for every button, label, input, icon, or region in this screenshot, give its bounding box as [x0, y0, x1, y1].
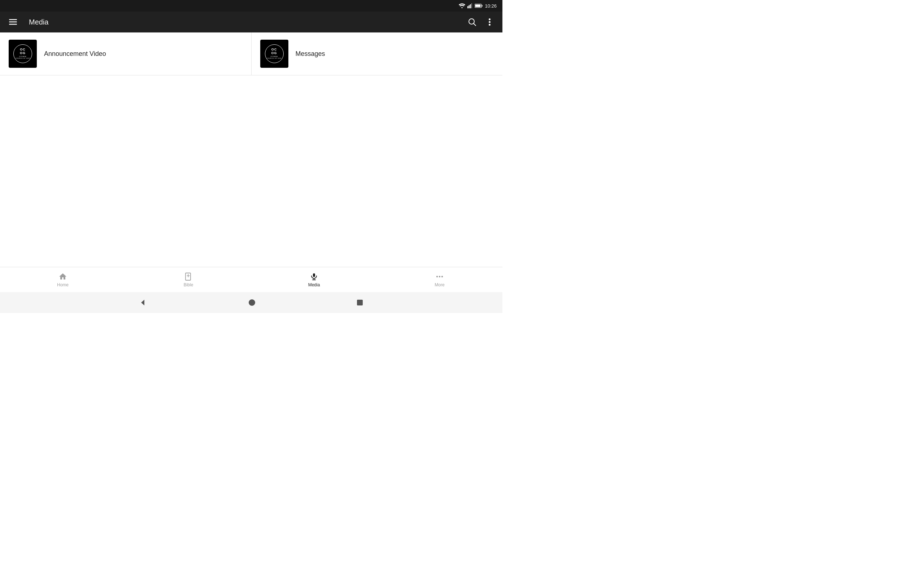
signal-icon: [467, 3, 472, 8]
svg-rect-8: [9, 22, 17, 23]
logo-middle: OG: [20, 52, 26, 55]
wifi-icon: [459, 3, 465, 8]
status-icons: 10:26: [459, 3, 497, 9]
battery-icon: [475, 3, 483, 8]
system-nav: [0, 292, 502, 313]
recent-square-icon: [357, 299, 363, 306]
media-grid: OC OG OCEANACHURCH OF GOD Announcement V…: [0, 32, 502, 76]
more-vertical-icon: [489, 18, 491, 26]
svg-line-11: [474, 24, 476, 26]
media-item-announcement-video[interactable]: OC OG OCEANACHURCH OF GOD Announcement V…: [0, 32, 252, 75]
home-circle-icon: [248, 299, 255, 306]
search-button[interactable]: [465, 15, 479, 29]
logo-middle-2: OG: [271, 52, 277, 55]
back-icon: [139, 298, 147, 306]
svg-point-14: [489, 24, 491, 26]
status-time: 10:26: [485, 3, 497, 9]
back-button[interactable]: [139, 298, 147, 306]
home-label: Home: [57, 282, 69, 287]
bottom-nav: Home Bible Media: [0, 267, 502, 292]
nav-item-more[interactable]: More: [377, 267, 502, 292]
nav-item-home[interactable]: Home: [0, 267, 126, 292]
home-circle-button[interactable]: [248, 299, 255, 306]
messages-thumbnail: OC OG OCEANACHURCH OF GOD: [260, 40, 288, 68]
recent-button[interactable]: [357, 299, 363, 306]
svg-rect-5: [482, 5, 483, 7]
svg-point-25: [249, 299, 255, 306]
svg-point-21: [436, 276, 438, 277]
logo-circle-2: OC OG OCEANACHURCH OF GOD: [265, 44, 284, 63]
nav-item-bible[interactable]: Bible: [126, 267, 251, 292]
svg-rect-1: [469, 5, 470, 9]
messages-title: Messages: [296, 50, 325, 58]
announcement-video-thumbnail: OC OG OCEANACHURCH OF GOD: [9, 40, 37, 68]
bible-icon: [184, 272, 193, 281]
svg-point-22: [439, 276, 440, 277]
svg-point-13: [489, 21, 491, 23]
more-label: More: [435, 282, 444, 287]
logo-sub-2: OCEANACHURCH OF GOD: [267, 56, 281, 60]
media-label: Media: [308, 282, 320, 287]
status-bar: 10:26: [0, 0, 502, 11]
svg-marker-24: [141, 300, 144, 305]
app-bar: Media: [0, 11, 502, 32]
svg-rect-9: [9, 24, 17, 25]
logo-circle: OC OG OCEANACHURCH OF GOD: [13, 44, 32, 63]
media-icon: [310, 272, 318, 281]
logo-sub: OCEANACHURCH OF GOD: [16, 56, 30, 60]
app-bar-actions: [465, 15, 497, 29]
svg-point-10: [469, 19, 474, 24]
svg-point-23: [441, 276, 443, 277]
svg-rect-2: [470, 4, 471, 8]
bible-label: Bible: [184, 282, 194, 287]
menu-icon: [9, 19, 17, 25]
home-icon: [58, 272, 67, 281]
content-area: OC OG OCEANACHURCH OF GOD Announcement V…: [0, 32, 502, 76]
svg-rect-3: [472, 3, 472, 8]
announcement-video-title: Announcement Video: [44, 50, 106, 58]
more-button[interactable]: [482, 15, 497, 29]
svg-rect-18: [313, 273, 315, 277]
search-icon: [468, 18, 476, 26]
nav-item-media[interactable]: Media: [251, 267, 377, 292]
more-dots-icon: [435, 272, 444, 281]
app-bar-title: Media: [29, 18, 459, 26]
svg-rect-6: [475, 5, 481, 7]
menu-button[interactable]: [6, 15, 20, 29]
svg-rect-0: [467, 6, 468, 8]
svg-rect-26: [357, 300, 363, 305]
svg-point-12: [489, 18, 491, 20]
media-item-messages[interactable]: OC OG OCEANACHURCH OF GOD Messages: [252, 32, 503, 75]
svg-rect-7: [9, 19, 17, 20]
